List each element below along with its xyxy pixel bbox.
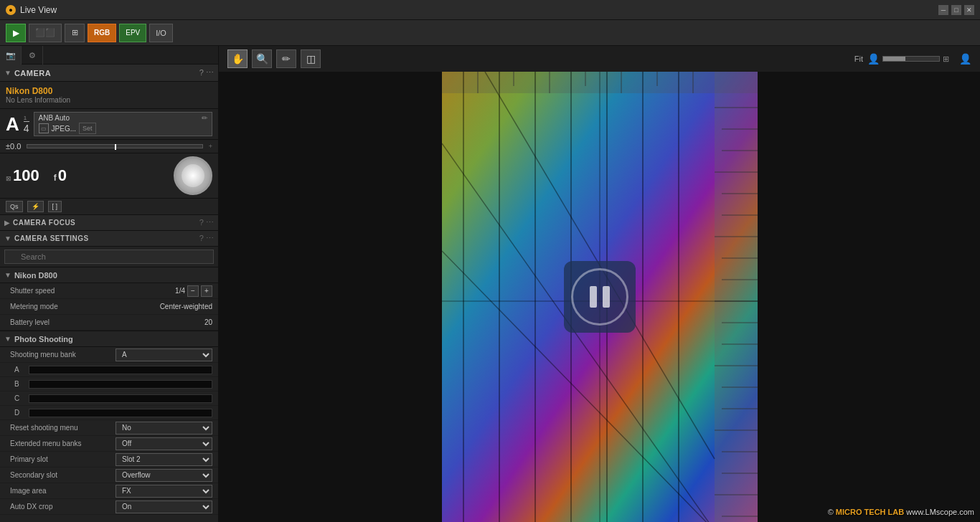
secondary-slot-label: Secondary slot — [10, 471, 116, 479]
zoom-bar[interactable] — [882, 56, 940, 62]
close-button[interactable]: ✕ — [964, 5, 974, 15]
battery-label: Battery level — [10, 318, 204, 326]
camera-settings-header[interactable]: ▼ CAMERA SETTINGS ? ⋯ — [0, 231, 218, 247]
pause-bar-right — [603, 286, 610, 308]
copyright: © MICRO TECH LAB www.LMscope.com — [828, 508, 974, 516]
nikon-group-name: Nikon D800 — [14, 271, 57, 280]
extended-menu-select[interactable]: Off On — [116, 437, 212, 450]
image-toolbar: ✋ 🔍 ✏ ◫ Fit 👤 ⊞ 👤 — [219, 46, 980, 72]
nikon-group-header[interactable]: ▼ Nikon D800 — [0, 267, 218, 283]
bank-d-bar — [29, 409, 212, 417]
shutter-speed-label: Shutter speed — [10, 287, 175, 295]
iso-section: ⊠ 100 — [6, 166, 39, 185]
shutter-denominator: 4 — [24, 121, 29, 134]
hand-tool-button[interactable]: ✋ — [227, 49, 248, 68]
search-input[interactable] — [4, 250, 214, 264]
pen-tool-button[interactable]: ✏ — [276, 49, 296, 68]
focus-arrow-icon: ▶ — [4, 219, 10, 227]
pause-button-circle — [571, 268, 628, 326]
title-bar: ● Live View ─ □ ✕ — [0, 0, 980, 20]
search-wrapper: 🔍 — [4, 250, 214, 264]
split-tool-button[interactable]: ◫ — [301, 49, 321, 68]
camera-lens: No Lens Information — [6, 96, 212, 104]
secondary-slot-select[interactable]: Overflow RAW Slot 1 - JPEG Slot 2 Backup — [116, 469, 212, 482]
svg-rect-1 — [715, 72, 758, 522]
camera-section-icons: ? ⋯ — [199, 68, 214, 77]
bank-d-row: D — [0, 406, 218, 420]
tab-camera[interactable]: 📷 — [0, 46, 22, 65]
panel-tabs: 📷 ⚙ — [0, 46, 218, 65]
shutter-release-button[interactable] — [174, 156, 212, 195]
nikon-arrow-icon: ▼ — [4, 271, 11, 279]
bracket-button[interactable]: [ ] — [48, 201, 62, 212]
wb-eyedropper-icon[interactable]: ✏ — [202, 114, 207, 122]
reset-shooting-menu-label: Reset shooting menu — [10, 424, 116, 432]
bank-a-row: A — [0, 363, 218, 377]
image-area-label: Image area — [10, 487, 116, 495]
io-button[interactable]: I/O — [149, 24, 173, 42]
fit-label: Fit — [854, 54, 863, 63]
reset-shooting-menu-select[interactable]: No Yes — [116, 422, 212, 435]
shutter-decrease-button[interactable]: − — [187, 285, 199, 297]
reset-shooting-menu-row: Reset shooting menu No Yes — [0, 420, 218, 436]
photo-shooting-header[interactable]: ▼ Photo Shooting — [0, 331, 218, 347]
shutter-increase-button[interactable]: + — [201, 285, 212, 297]
image-area-select[interactable]: FX DX — [116, 485, 212, 498]
meter-marker — [115, 144, 116, 150]
left-panel: 📷 ⚙ ▼ CAMERA ? ⋯ Nikon D800 No Lens Info… — [0, 46, 219, 522]
image-area: ✋ 🔍 ✏ ◫ Fit 👤 ⊞ 👤 — [219, 46, 980, 522]
grid-button[interactable]: ⊞ — [65, 24, 85, 42]
exposure-row: ±0.0 + — [0, 140, 218, 153]
shutter-numerator: 1 — [24, 115, 27, 121]
bank-c-label: C — [14, 394, 29, 402]
play-button[interactable]: ▶ — [6, 24, 26, 42]
bank-b-bar — [29, 380, 212, 389]
nikon-group: ▼ Nikon D800 Shutter speed 1/4 − + Meter… — [0, 267, 218, 331]
photo-arrow-icon: ▼ — [4, 335, 11, 343]
wb-section: ANB Auto ✏ ▭ JPEG... Set — [34, 112, 212, 136]
settings-section-title: CAMERA SETTINGS — [14, 234, 199, 242]
primary-slot-select[interactable]: Slot 1 Slot 2 — [116, 453, 212, 466]
iso-value: 100 — [13, 166, 39, 185]
flash-button[interactable]: ⚡ — [27, 201, 44, 212]
shooting-menu-bank-select[interactable]: A B C D — [116, 348, 212, 361]
format-row: ▭ JPEG... Set — [39, 123, 207, 134]
tab-settings[interactable]: ⚙ — [22, 46, 43, 65]
main-toolbar: ▶ ⬛⬛ ⊞ RGB EPV I/O — [0, 20, 980, 46]
zoom-tool-button[interactable]: 🔍 — [252, 49, 272, 68]
format-icon: ▭ — [39, 123, 49, 133]
set-button[interactable]: Set — [79, 123, 96, 134]
qs-button[interactable]: Qs — [6, 201, 23, 212]
app-icon: ● — [6, 5, 16, 15]
camera-controls-row: A 1 4 ANB Auto ✏ ▭ JPEG... Set — [0, 109, 218, 140]
microscope-image: © MICRO TECH LAB www.LMscope.com — [219, 72, 980, 522]
maximize-button[interactable]: □ — [951, 5, 961, 15]
profile-icon[interactable]: 👤 — [959, 53, 971, 65]
copyright-text: © MICRO TECH LAB www.LMscope.com — [828, 508, 974, 516]
shutter-display: 1 4 — [24, 115, 29, 134]
camera-name: Nikon D800 — [6, 86, 212, 96]
auto-dx-label: Auto DX crop — [10, 503, 116, 511]
shooting-menu-bank-label: Shooting menu bank — [10, 351, 116, 359]
metering-mode-row: Metering mode Center-weighted — [0, 299, 218, 315]
epv-button[interactable]: EPV — [119, 24, 146, 42]
camera-section-header[interactable]: ▼ CAMERA ? ⋯ — [0, 65, 218, 82]
minimize-button[interactable]: ─ — [938, 5, 948, 15]
focus-section-title: CAMERA FOCUS — [13, 219, 199, 227]
iso-icon: ⊠ — [6, 175, 11, 182]
pause-overlay[interactable] — [564, 261, 636, 333]
exposure-meter — [27, 144, 202, 148]
settings-panel: ▶ CAMERA FOCUS ? ⋯ ▼ CAMERA SETTINGS ? ⋯… — [0, 215, 218, 522]
search-box: 🔍 — [0, 247, 218, 267]
camera-info: Nikon D800 No Lens Information — [0, 82, 218, 109]
shutter-controls: 1/4 − + — [175, 285, 212, 297]
bank-a-bar — [29, 366, 212, 374]
meter-plus-icon: + — [209, 143, 212, 150]
auto-dx-select[interactable]: On Off — [116, 500, 212, 513]
image-area-row: Image area FX DX — [0, 483, 218, 499]
shutter-speed-row: Shutter speed 1/4 − + — [0, 283, 218, 299]
film-button[interactable]: ⬛⬛ — [29, 24, 62, 42]
camera-focus-header[interactable]: ▶ CAMERA FOCUS ? ⋯ — [0, 215, 218, 231]
main-area: 📷 ⚙ ▼ CAMERA ? ⋯ Nikon D800 No Lens Info… — [0, 46, 980, 522]
rgb-button[interactable]: RGB — [88, 24, 116, 42]
